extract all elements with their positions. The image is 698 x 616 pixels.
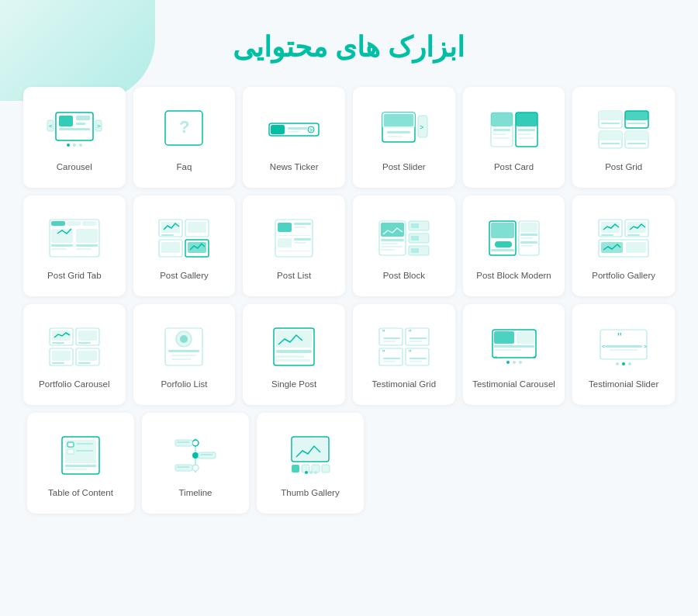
- widget-portfolio-carousel[interactable]: Portfolio Carousel: [23, 304, 126, 405]
- svg-point-193: [305, 471, 308, 474]
- post-list-label: Post List: [277, 271, 311, 280]
- svg-rect-29: [491, 112, 513, 126]
- svg-rect-76: [294, 242, 306, 244]
- testimonial-slider-icon: " < >: [593, 324, 655, 370]
- post-grid-label: Post Grid: [605, 162, 642, 171]
- svg-text:": ": [617, 331, 622, 344]
- thumb-gallery-label: Thumb Gallery: [281, 488, 339, 497]
- svg-rect-135: [383, 341, 396, 342]
- svg-rect-51: [51, 221, 65, 226]
- thumb-gallery-icon: [279, 432, 341, 479]
- svg-rect-37: [518, 137, 534, 139]
- page-title: ابزارک های محتوایی: [23, 31, 675, 64]
- widget-carousel[interactable]: < > Carousel: [23, 87, 126, 188]
- svg-point-164: [616, 362, 619, 365]
- svg-rect-36: [518, 133, 530, 135]
- svg-rect-172: [76, 446, 88, 448]
- svg-rect-92: [495, 241, 512, 247]
- widget-testimonial-slider[interactable]: " < > Testimonial Slider: [572, 304, 675, 405]
- svg-rect-186: [177, 466, 189, 468]
- svg-rect-125: [171, 355, 196, 356]
- svg-rect-25: [387, 136, 403, 137]
- svg-rect-142: [383, 358, 400, 359]
- widget-post-slider[interactable]: > Post Slider: [353, 87, 455, 188]
- post-card-label: Post Card: [494, 162, 534, 171]
- svg-rect-130: [276, 355, 304, 358]
- widget-news-ticker[interactable]: > News Ticker: [243, 87, 345, 188]
- widget-post-grid[interactable]: Post Grid: [572, 87, 675, 188]
- widget-porfolio-list[interactable]: Porfolio List: [133, 304, 236, 405]
- svg-rect-85: [411, 223, 419, 228]
- widget-single-post[interactable]: Single Post: [243, 304, 345, 405]
- svg-rect-105: [627, 234, 640, 236]
- svg-text:<: <: [602, 344, 605, 349]
- svg-point-12: [79, 144, 82, 147]
- svg-rect-89: [411, 248, 419, 253]
- svg-rect-75: [294, 238, 311, 241]
- svg-rect-97: [520, 237, 533, 239]
- widget-post-gallery[interactable]: Post Gallery: [133, 196, 236, 296]
- svg-rect-40: [601, 123, 620, 124]
- svg-point-165: [622, 362, 625, 365]
- svg-rect-188: [293, 438, 327, 460]
- svg-rect-124: [168, 350, 199, 352]
- widget-portfolio-gallery[interactable]: Portfolio Gallery: [572, 196, 675, 296]
- svg-rect-64: [188, 222, 206, 233]
- svg-text:>: >: [309, 127, 313, 133]
- svg-text:<: <: [49, 123, 53, 130]
- svg-rect-66: [161, 242, 180, 253]
- svg-text:>: >: [533, 355, 536, 360]
- widget-post-grid-tab[interactable]: Post Grid Tab: [23, 196, 126, 296]
- svg-point-195: [314, 471, 317, 474]
- widget-post-list[interactable]: Post List: [243, 196, 345, 296]
- svg-point-180: [192, 465, 199, 471]
- widget-row-1: < > Carousel ? Faq: [23, 87, 675, 188]
- porfolio-list-label: Porfolio List: [161, 379, 207, 389]
- svg-rect-16: [271, 125, 285, 134]
- svg-rect-139: [409, 341, 422, 342]
- svg-rect-30: [493, 129, 510, 131]
- svg-rect-158: [600, 330, 647, 359]
- single-post-icon: [263, 324, 325, 370]
- post-list-icon: [263, 215, 325, 261]
- svg-rect-99: [520, 245, 533, 247]
- svg-rect-5: [59, 128, 90, 130]
- widget-post-card[interactable]: Post Card: [463, 87, 565, 188]
- widget-post-block-modern[interactable]: Post Block Modern: [463, 196, 565, 296]
- svg-rect-95: [520, 223, 537, 232]
- svg-rect-74: [278, 238, 292, 247]
- svg-rect-32: [493, 137, 509, 139]
- widget-timeline[interactable]: Timeline: [142, 413, 249, 514]
- svg-point-10: [67, 144, 70, 147]
- carousel-label: Carousel: [57, 162, 92, 171]
- testimonial-grid-icon: " " " ": [373, 324, 435, 370]
- svg-point-154: [513, 361, 516, 364]
- svg-text:": ": [409, 349, 412, 358]
- svg-rect-80: [381, 239, 404, 241]
- timeline-icon: [164, 432, 226, 479]
- svg-rect-152: [494, 349, 522, 351]
- widget-table-of-content[interactable]: Table of Content: [27, 413, 134, 514]
- timeline-label: Timeline: [178, 488, 212, 497]
- svg-rect-34: [516, 112, 537, 126]
- svg-rect-39: [599, 111, 622, 120]
- widget-testimonial-grid[interactable]: " " " " Testimonial Grid: [353, 304, 455, 405]
- svg-rect-82: [381, 246, 403, 247]
- widget-row-2: Post Grid Tab Post Gallery: [23, 196, 675, 296]
- widget-row-3: Portfolio Carousel Porfolio List: [23, 304, 675, 405]
- svg-rect-96: [520, 234, 537, 236]
- svg-text:<: <: [494, 355, 497, 360]
- svg-rect-55: [51, 244, 73, 247]
- news-ticker-label: News Ticker: [270, 162, 319, 171]
- widget-testimonial-carousel[interactable]: < > Testimonial Carousel: [463, 304, 565, 405]
- svg-rect-3: [76, 116, 90, 120]
- widget-faq[interactable]: ? Faq: [133, 87, 236, 188]
- svg-text:>: >: [97, 123, 101, 130]
- widget-post-block[interactable]: Post Block: [353, 196, 455, 296]
- post-grid-tab-label: Post Grid Tab: [47, 271, 101, 280]
- portfolio-gallery-icon: [593, 215, 655, 261]
- svg-rect-150: [517, 331, 534, 344]
- widget-thumb-gallery[interactable]: Thumb Gallery: [257, 413, 364, 514]
- svg-rect-147: [409, 361, 422, 362]
- svg-point-153: [506, 361, 510, 364]
